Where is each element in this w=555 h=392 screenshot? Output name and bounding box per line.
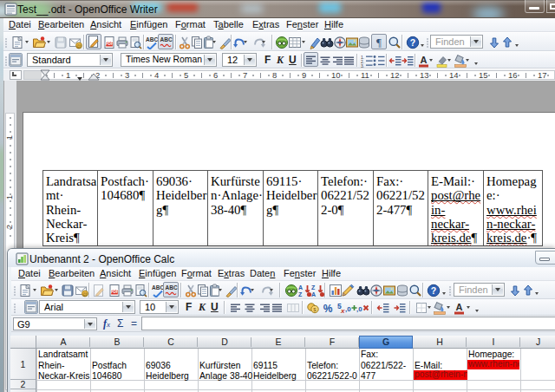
svg-text:,0: ,0	[356, 305, 362, 313]
svg-text:¶: ¶	[376, 36, 382, 49]
svg-text:PDF: PDF	[105, 42, 113, 46]
svg-text:Z: Z	[298, 291, 303, 297]
svg-text:ABC: ABC	[166, 284, 178, 291]
svg-text:ABC: ABC	[146, 36, 158, 42]
svg-text:@: @	[76, 43, 82, 49]
svg-text:?: ?	[410, 37, 415, 48]
svg-text:PDF: PDF	[110, 290, 118, 294]
svg-text:@: @	[82, 291, 88, 297]
svg-text:A: A	[311, 291, 316, 297]
svg-text:A: A	[421, 55, 428, 65]
svg-text:,0: ,0	[345, 305, 351, 313]
svg-text:A: A	[456, 302, 463, 312]
svg-text:ABC: ABC	[160, 36, 173, 42]
svg-text:A: A	[298, 284, 303, 291]
svg-text:3.: 3.	[361, 63, 364, 69]
svg-text:%: %	[323, 303, 333, 315]
svg-text:Z: Z	[311, 284, 316, 291]
svg-text:?: ?	[431, 285, 436, 296]
